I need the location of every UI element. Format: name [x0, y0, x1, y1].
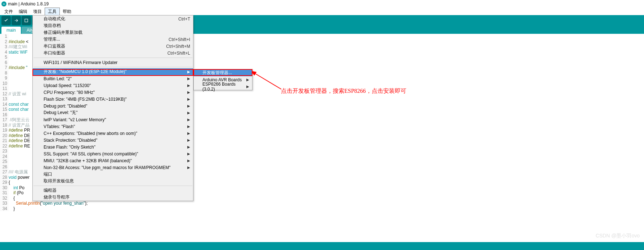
- window-title: main | Arduino 1.8.19: [8, 1, 49, 6]
- menu-item-label: Debug port: "Disabled": [44, 104, 87, 109]
- menu-item-label: 烧录引导程序: [44, 194, 70, 200]
- menu-item-label: 端口: [44, 171, 52, 177]
- chevron-right-icon: ▶: [187, 145, 190, 149]
- menu-item-label: Upload Speed: "115200": [44, 83, 91, 88]
- menu-shortcut: Ctrl+T: [178, 17, 190, 22]
- menu-item[interactable]: WiFi101 / WiFiNINA Firmware Updater: [33, 59, 193, 66]
- menu-separator: [33, 67, 192, 67]
- chevron-right-icon: ▶: [246, 78, 249, 82]
- menu-item-label: Stack Protection: "Disabled": [44, 138, 97, 143]
- upload-button[interactable]: [12, 16, 21, 25]
- chevron-right-icon: ▶: [187, 131, 190, 135]
- app-icon: [1, 1, 6, 6]
- menu-item-label: ESP8266 Boards (3.0.2): [202, 82, 246, 92]
- svg-line-1: [254, 73, 281, 89]
- menu-item-label: 修正编码并重新加载: [44, 29, 82, 36]
- menu-shortcut: Ctrl+Shift+I: [169, 37, 190, 42]
- menu-item[interactable]: Builtin Led: "2"▶: [33, 75, 193, 82]
- menu-item-label: C++ Exceptions: "Disabled (new aborts on…: [44, 131, 137, 136]
- tab[interactable]: main: [1, 27, 21, 34]
- chevron-right-icon: ▶: [187, 159, 190, 163]
- menubar-item[interactable]: 编辑: [16, 8, 30, 15]
- menu-item-label: Builtin Led: "2": [44, 76, 72, 81]
- svg-rect-0: [25, 19, 28, 22]
- menu-item-label: 项目存档: [44, 23, 61, 29]
- chevron-right-icon: ▶: [187, 165, 190, 169]
- tools-menu-dropdown: 自动格式化Ctrl+T项目存档修正编码并重新加载管理库...Ctrl+Shift…: [32, 15, 193, 201]
- menu-item[interactable]: CPU Frequency: "80 MHz"▶: [33, 89, 193, 96]
- menu-item-label: 自动格式化: [44, 16, 65, 22]
- titlebar: main | Arduino 1.8.19: [0, 0, 644, 8]
- menu-item-label: Flash Size: "4MB (FS:2MB OTA:~1019KB)": [44, 97, 127, 102]
- annotation-arrow: [252, 71, 285, 93]
- menubar-item[interactable]: 项目: [30, 8, 45, 15]
- menu-item[interactable]: 取得开发板信息: [33, 178, 193, 185]
- menu-item[interactable]: SSL Support: "All SSL ciphers (most comp…: [33, 150, 193, 157]
- menu-item-label: Debug Level: "无": [44, 110, 78, 116]
- menu-item-label: 取得开发板信息: [44, 178, 74, 184]
- chevron-right-icon: ▶: [187, 83, 190, 87]
- menu-item-label: lwIP Variant: "v2 Lower Memory": [44, 117, 106, 122]
- chevron-right-icon: ▶: [187, 77, 190, 81]
- menu-item[interactable]: Debug port: "Disabled"▶: [33, 103, 193, 109]
- verify-button[interactable]: [1, 16, 11, 25]
- menu-item[interactable]: Upload Speed: "115200"▶: [33, 82, 193, 89]
- menu-item-label: CPU Frequency: "80 MHz": [44, 90, 95, 95]
- menu-item[interactable]: Stack Protection: "Disabled"▶: [33, 137, 193, 144]
- menu-item-label: 管理库...: [44, 36, 60, 42]
- watermark: CSDN @墨小羽ovo: [596, 233, 640, 239]
- menu-item[interactable]: 修正编码并重新加载: [33, 29, 193, 36]
- chevron-right-icon: ▶: [246, 85, 249, 88]
- menu-item[interactable]: 自动格式化Ctrl+T: [33, 15, 193, 22]
- menu-item-label: 开发板: "NodeMCU 1.0 (ESP-12E Module)": [44, 69, 127, 75]
- menu-item[interactable]: lwIP Variant: "v2 Lower Memory"▶: [33, 116, 193, 123]
- menu-item-label: Erase Flash: "Only Sketch": [44, 145, 95, 150]
- chevron-right-icon: ▶: [187, 138, 190, 142]
- submenu-item[interactable]: ESP8266 Boards (3.0.2)▶: [194, 83, 252, 90]
- code-line: 34 }: [0, 206, 644, 212]
- chevron-right-icon: ▶: [187, 70, 190, 74]
- menu-item-label: 编程器: [44, 187, 57, 194]
- menu-separator: [33, 186, 192, 186]
- statusbar: [0, 242, 644, 250]
- menu-item-label: WiFi101 / WiFiNINA Firmware Updater: [44, 60, 117, 65]
- menu-item-label: Non-32-Bit Access: "Use pgm_read macros …: [44, 165, 171, 170]
- menu-item[interactable]: 端口: [33, 171, 193, 178]
- menubar-item[interactable]: 帮助: [60, 8, 74, 15]
- menu-item-label: 串口绘图器: [44, 50, 65, 56]
- menu-item[interactable]: 串口绘图器Ctrl+Shift+L: [33, 50, 193, 56]
- chevron-right-icon: ▶: [187, 90, 190, 94]
- board-submenu: 开发板管理器...Arduino AVR Boards▶ESP8266 Boar…: [193, 69, 252, 90]
- menu-item[interactable]: Flash Size: "4MB (FS:2MB OTA:~1019KB)"▶: [33, 96, 193, 103]
- menubar-item[interactable]: 文件: [1, 8, 16, 15]
- menu-item-label: SSL Support: "All SSL ciphers (most comp…: [44, 151, 138, 156]
- menu-item[interactable]: 串口监视器Ctrl+Shift+M: [33, 43, 193, 50]
- menu-item[interactable]: 开发板: "NodeMCU 1.0 (ESP-12E Module)"▶: [33, 68, 193, 75]
- menu-item[interactable]: MMU: "32KB cache + 32KB IRAM (balanced)"…: [33, 157, 193, 164]
- submenu-item[interactable]: 开发板管理器...: [194, 69, 252, 76]
- chevron-right-icon: ▶: [187, 124, 190, 128]
- menu-item[interactable]: C++ Exceptions: "Disabled (new aborts on…: [33, 130, 193, 137]
- menu-separator: [33, 58, 192, 58]
- menu-item[interactable]: 编程器: [33, 187, 193, 194]
- new-button[interactable]: [22, 16, 31, 25]
- menu-item[interactable]: Debug Level: "无"▶: [33, 109, 193, 116]
- menubar-item[interactable]: 工具: [45, 8, 60, 16]
- menu-item[interactable]: 管理库...Ctrl+Shift+I: [33, 36, 193, 43]
- menu-item-label: MMU: "32KB cache + 32KB IRAM (balanced)": [44, 158, 132, 163]
- code-line: 33 Serial.println("open your feng_shan")…: [0, 201, 644, 206]
- menu-shortcut: Ctrl+Shift+M: [166, 44, 190, 49]
- menu-item[interactable]: Non-32-Bit Access: "Use pgm_read macros …: [33, 164, 193, 171]
- menu-item[interactable]: 烧录引导程序: [33, 194, 193, 201]
- chevron-right-icon: ▶: [187, 111, 190, 115]
- menu-item[interactable]: 项目存档: [33, 22, 193, 29]
- chevron-right-icon: ▶: [187, 152, 190, 156]
- menubar: 文件编辑项目工具帮助: [0, 8, 644, 15]
- annotation-text: 点击开发板管理器，搜索ESP8266，点击安装即可: [281, 87, 406, 95]
- menu-shortcut: Ctrl+Shift+L: [167, 51, 190, 56]
- menu-item-label: 开发板管理器...: [202, 70, 232, 76]
- menu-item[interactable]: Erase Flash: "Only Sketch"▶: [33, 144, 193, 150]
- chevron-right-icon: ▶: [187, 104, 190, 108]
- chevron-right-icon: ▶: [187, 118, 190, 122]
- menu-item[interactable]: VTables: "Flash"▶: [33, 123, 193, 130]
